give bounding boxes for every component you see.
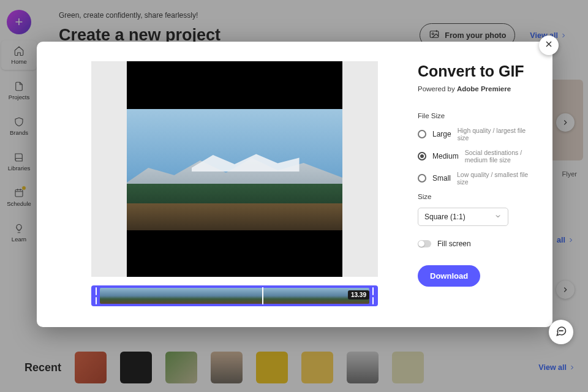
size-label: Size — [418, 193, 534, 200]
select-value: Square (1:1) — [424, 213, 466, 221]
help-chat-button[interactable] — [549, 320, 573, 344]
option-desc: Low quality / smallest file size — [457, 171, 534, 186]
trim-handle-left[interactable] — [94, 287, 99, 304]
filesize-option-large[interactable]: Large High quality / largest file size — [418, 127, 534, 141]
option-name: Large — [432, 130, 451, 138]
fill-screen-row: Fill screen — [418, 239, 534, 248]
chevron-down-icon — [494, 213, 502, 222]
radio-icon — [418, 152, 426, 160]
close-icon — [544, 39, 554, 51]
aspect-ratio-select[interactable]: Square (1:1) — [418, 208, 508, 226]
file-size-label: File Size — [418, 112, 534, 119]
download-button[interactable]: Download — [418, 265, 480, 287]
option-desc: Social destinations / medium file size — [465, 149, 534, 164]
powered-by-text: Powered by Adobe Premiere — [418, 85, 534, 92]
radio-icon — [418, 130, 426, 138]
svg-point-5 — [562, 331, 563, 331]
option-desc: High quality / largest file size — [458, 127, 534, 141]
option-name: Small — [432, 174, 451, 183]
video-preview[interactable] — [127, 61, 342, 277]
controls-column: Convert to GIF Powered by Adobe Premiere… — [396, 42, 552, 327]
svg-point-4 — [561, 331, 562, 331]
option-name: Medium — [432, 152, 459, 160]
filesize-option-medium[interactable]: Medium Social destinations / medium file… — [418, 149, 534, 164]
modal-title: Convert to GIF — [418, 62, 534, 80]
preview-frame — [91, 61, 378, 277]
trim-timeline[interactable]: 13.39 — [91, 285, 378, 306]
convert-to-gif-modal: 13.39 Convert to GIF Powered by Adobe Pr… — [37, 42, 552, 327]
svg-point-3 — [559, 331, 560, 331]
duration-badge: 13.39 — [348, 290, 369, 300]
preview-column: 13.39 — [37, 42, 396, 327]
fill-screen-label: Fill screen — [437, 239, 471, 248]
radio-icon — [418, 174, 426, 183]
trim-handle-right[interactable] — [371, 287, 375, 304]
filesize-option-small[interactable]: Small Low quality / smallest file size — [418, 171, 534, 186]
playhead[interactable] — [262, 287, 263, 304]
chat-icon — [555, 325, 567, 339]
fill-screen-toggle[interactable] — [418, 240, 431, 247]
close-button[interactable] — [539, 36, 559, 55]
timeline-frames[interactable] — [100, 288, 369, 304]
